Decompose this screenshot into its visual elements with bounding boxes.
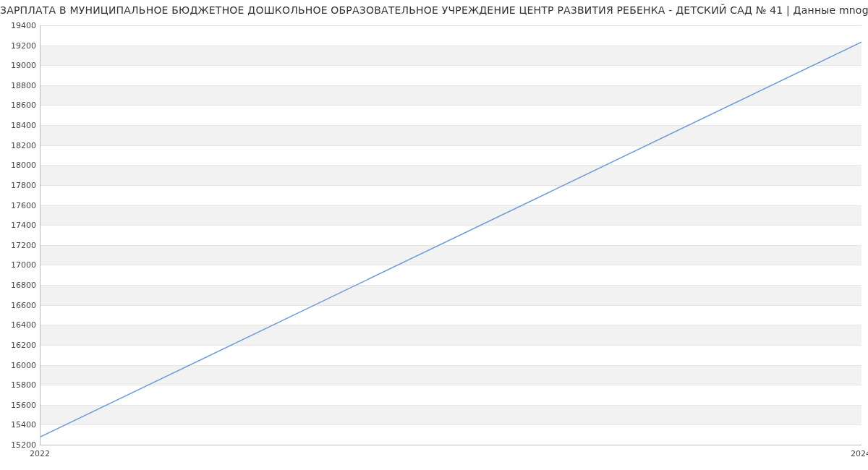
y-tick-label: 15400 (1, 420, 36, 430)
y-tick-label: 18200 (1, 140, 36, 150)
y-tick-label: 17000 (1, 260, 36, 270)
y-tick-label: 17800 (1, 180, 36, 189)
y-tick-label: 17600 (1, 200, 36, 210)
y-tick-label: 18400 (1, 121, 36, 130)
y-tick-label: 18800 (1, 80, 36, 90)
plot-area (40, 25, 861, 445)
y-tick-label: 17400 (1, 221, 36, 230)
y-tick-label: 17200 (1, 240, 36, 249)
y-tick-label: 16200 (1, 340, 36, 349)
y-tick-label: 19200 (1, 40, 36, 50)
y-tick-label: 16000 (1, 360, 36, 369)
y-tick-label: 16800 (1, 281, 36, 290)
y-tick-label: 16400 (1, 320, 36, 330)
x-tick-label: 2024 (851, 449, 868, 458)
series-line (41, 42, 861, 437)
chart-title: ЗАРПЛАТА В МУНИЦИПАЛЬНОЕ БЮДЖЕТНОЕ ДОШКО… (0, 4, 868, 16)
y-tick-label: 19400 (1, 21, 36, 30)
y-tick-label: 16600 (1, 300, 36, 309)
y-tick-label: 18000 (1, 161, 36, 170)
y-tick-label: 15200 (1, 440, 36, 450)
line-layer (41, 25, 861, 445)
chart-container: ЗАРПЛАТА В МУНИЦИПАЛЬНОЕ БЮДЖЕТНОЕ ДОШКО… (0, 0, 868, 470)
y-tick-label: 18600 (1, 101, 36, 110)
y-tick-label: 15800 (1, 380, 36, 390)
x-tick-label: 2022 (30, 449, 50, 458)
y-tick-label: 15600 (1, 400, 36, 409)
y-tick-label: 19000 (1, 61, 36, 70)
